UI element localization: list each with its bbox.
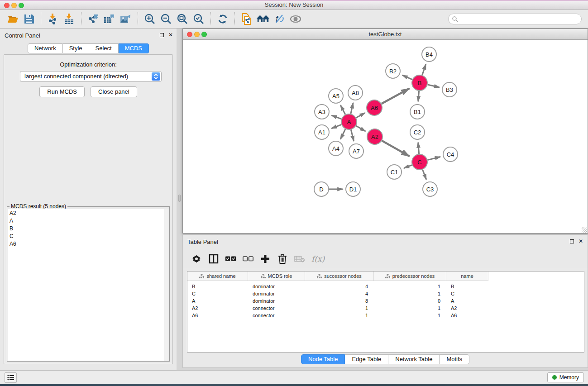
export-image-icon[interactable] — [119, 12, 133, 26]
search-input[interactable] — [460, 14, 581, 24]
close-panel-button[interactable]: Close panel — [91, 86, 137, 97]
function-builder-button[interactable]: f(x) — [311, 254, 325, 263]
graph-node-A8[interactable]: A8 — [348, 86, 363, 100]
splitter-handle[interactable] — [178, 195, 181, 202]
graph-node-A6[interactable]: A6 — [367, 100, 382, 115]
mcds-result-item[interactable]: A6 — [8, 240, 169, 248]
graph-edge-C-C3[interactable] — [422, 170, 426, 180]
select-all-icon[interactable] — [225, 253, 236, 264]
graph-edge-B-B4[interactable] — [422, 64, 426, 75]
table-settings-gear-icon[interactable] — [191, 253, 202, 264]
close-window-button[interactable] — [4, 3, 10, 8]
graph-node-C[interactable]: C — [412, 154, 427, 170]
mcds-result-list[interactable]: A2ABCA6 — [8, 209, 169, 361]
show-hide-icon[interactable] — [289, 12, 302, 26]
tab-network[interactable]: Network — [28, 43, 63, 53]
resize-grip-icon[interactable] — [582, 227, 587, 233]
graph-edge-A-A4[interactable] — [340, 129, 345, 139]
optimization-criterion-select[interactable]: largest connected component (directed) — [20, 71, 162, 82]
graph-node-A[interactable]: A — [341, 114, 357, 129]
graph-node-A2[interactable]: A2 — [367, 129, 382, 144]
zoom-out-icon[interactable] — [159, 12, 173, 26]
column-header-predecessor-nodes[interactable]: predecessor nodes — [374, 272, 446, 281]
tab-edge-table[interactable]: Edge Table — [345, 354, 388, 364]
tab-style[interactable]: Style — [63, 43, 89, 53]
home-layout-icon[interactable] — [256, 12, 270, 26]
refresh-icon[interactable] — [216, 12, 229, 26]
tab-select[interactable]: Select — [89, 43, 119, 53]
graph-edge-A-A6[interactable] — [356, 113, 365, 118]
graph-node-B[interactable]: B — [412, 75, 427, 91]
graph-edge-C-C4[interactable] — [427, 157, 440, 160]
graph-edge-A-A2[interactable] — [356, 126, 366, 131]
graph-node-A5[interactable]: A5 — [329, 89, 343, 103]
tab-node-table[interactable]: Node Table — [301, 354, 345, 364]
minimize-network-button[interactable] — [194, 32, 200, 37]
graph-edge-B-B2[interactable] — [402, 75, 412, 80]
graph-node-B1[interactable]: B1 — [410, 105, 425, 119]
export-table-icon[interactable] — [103, 12, 116, 26]
graph-edge-A-A5[interactable] — [340, 105, 345, 114]
column-header-name[interactable]: name — [446, 272, 488, 281]
export-network-icon[interactable] — [86, 12, 100, 26]
search-field[interactable] — [448, 14, 582, 24]
node-table[interactable]: shared name MCDS role successor nodes pr… — [187, 271, 584, 353]
graph-edge-A2-C[interactable] — [382, 141, 410, 156]
graph-node-D[interactable]: D — [314, 182, 329, 196]
zoom-window-button[interactable] — [19, 3, 24, 8]
graph-node-B4[interactable]: B4 — [422, 47, 436, 62]
mcds-result-item[interactable]: B — [8, 224, 169, 232]
graph-edge-A-A1[interactable] — [331, 124, 341, 128]
graph-node-C1[interactable]: C1 — [387, 165, 402, 179]
zoom-network-button[interactable] — [201, 32, 207, 37]
graph-edge-A-A8[interactable] — [351, 103, 353, 114]
graph-edge-C-C1[interactable] — [404, 165, 412, 168]
close-network-button[interactable] — [187, 32, 192, 37]
close-panel-icon[interactable]: ✕ — [168, 32, 173, 38]
table-row[interactable]: A2connector11A2 — [187, 305, 584, 312]
column-header-mcds-role[interactable]: MCDS role — [248, 272, 305, 281]
graph-edge-A-A7[interactable] — [351, 129, 354, 141]
column-selector-icon[interactable] — [208, 253, 219, 264]
graph-edge-A6-B[interactable] — [382, 89, 409, 104]
tab-network-table[interactable]: Network Table — [388, 354, 440, 364]
mcds-result-item[interactable]: C — [8, 232, 169, 240]
graph-node-C3[interactable]: C3 — [423, 182, 437, 196]
table-row[interactable]: Adominator80A — [187, 297, 584, 305]
graph-edge-C-C2[interactable] — [418, 143, 419, 154]
tab-motifs[interactable]: Motifs — [440, 354, 469, 364]
duplicate-network-icon[interactable] — [240, 12, 253, 26]
open-file-icon[interactable] — [6, 12, 19, 26]
graph-node-C4[interactable]: C4 — [443, 147, 458, 162]
graph-node-B3[interactable]: B3 — [442, 82, 457, 97]
network-window-titlebar[interactable]: testGlobe.txt — [183, 29, 588, 40]
save-session-icon[interactable] — [22, 12, 36, 26]
graph-edge-B-B3[interactable] — [428, 85, 440, 87]
tab-mcds[interactable]: MCDS — [119, 43, 149, 53]
add-column-icon[interactable] — [260, 253, 271, 264]
mcds-result-item[interactable]: A2 — [8, 209, 169, 217]
network-canvas[interactable]: B4B2BB3A8A5A6A3B1AA1C2A2A4A7C4CC1C3DD1 — [183, 40, 588, 233]
mcds-result-item[interactable]: A — [8, 217, 169, 224]
zoom-in-icon[interactable] — [143, 12, 157, 26]
memory-button[interactable]: Memory — [547, 372, 584, 382]
hide-fx-icon[interactable]: f — [272, 12, 286, 26]
float-panel-icon[interactable] — [160, 33, 164, 37]
graph-node-B2[interactable]: B2 — [386, 64, 400, 78]
graph-node-A4[interactable]: A4 — [329, 141, 343, 156]
table-row[interactable]: Cdominator41C — [187, 290, 584, 297]
import-network-icon[interactable] — [46, 12, 60, 26]
graph-node-D1[interactable]: D1 — [346, 182, 360, 196]
float-table-panel-icon[interactable] — [570, 239, 574, 243]
console-toggle-button[interactable] — [5, 372, 17, 383]
delete-table-icon[interactable] — [294, 253, 305, 264]
import-table-icon[interactable] — [62, 12, 76, 26]
run-mcds-button[interactable]: Run MCDS — [39, 86, 85, 97]
delete-column-trash-icon[interactable] — [277, 253, 288, 264]
zoom-fit-icon[interactable] — [176, 12, 189, 26]
minimize-window-button[interactable] — [11, 3, 17, 8]
graph-node-A1[interactable]: A1 — [315, 125, 329, 139]
graph-edge-A-A3[interactable] — [331, 115, 341, 119]
graph-edge-B-B1[interactable] — [418, 91, 419, 101]
graph-node-C2[interactable]: C2 — [410, 125, 425, 139]
